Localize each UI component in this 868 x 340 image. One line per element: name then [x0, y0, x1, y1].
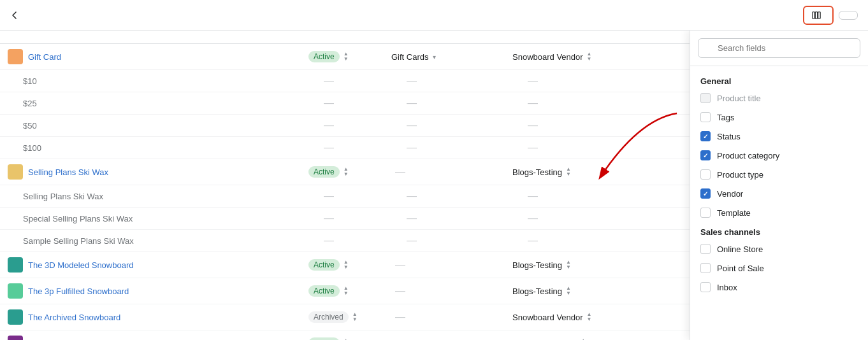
panel-item[interactable]: Online Store — [690, 239, 868, 259]
table-row: Selling Plans Ski Wax Active ▲▼ — Blogs-… — [0, 159, 690, 185]
status-cell: Archived ▲▼ — [301, 304, 384, 330]
child-price-cell — [626, 137, 690, 159]
category-cell: Gift Cards ▾ — [384, 44, 505, 70]
child-price-cell — [626, 115, 690, 137]
panel-checkbox[interactable] — [700, 93, 711, 103]
price-cell — [626, 159, 690, 185]
panel-checkbox[interactable] — [700, 244, 711, 254]
status-sort[interactable]: ▲▼ — [344, 286, 349, 296]
panel-checkbox[interactable] — [700, 188, 711, 199]
child-status-cell: — — [301, 230, 384, 252]
category-dropdown[interactable]: ▾ — [433, 53, 436, 60]
child-title: Special Selling Plans Ski Wax — [23, 214, 133, 223]
panel-item[interactable]: Product type — [690, 165, 868, 184]
child-price-cell — [626, 70, 690, 92]
category-dash: — — [395, 285, 405, 297]
table-row-child: Special Selling Plans Ski Wax — — — — [0, 208, 690, 230]
panel-checkbox[interactable] — [700, 169, 711, 180]
product-link[interactable]: Gift Card — [28, 52, 61, 62]
child-title: Sample Selling Plans Ski Wax — [23, 236, 134, 246]
child-vendor-cell: — — [505, 185, 626, 208]
product-title-cell: The 3p Fulfilled Snowboard — [0, 278, 301, 304]
product-icon — [8, 336, 23, 340]
panel-item[interactable]: Point of Sale — [690, 259, 868, 278]
child-title-cell: Selling Plans Ski Wax — [0, 185, 301, 208]
child-dash-category: — — [407, 75, 417, 86]
child-vendor-cell: — — [505, 92, 626, 115]
child-title-cell: $100 — [0, 137, 301, 159]
panel-item-label: Product type — [717, 170, 763, 180]
product-title-cell: The 3D Modeled Snowboard — [0, 252, 301, 278]
child-vendor-cell: — — [505, 115, 626, 137]
status-cell: Active ▲▼ — [301, 159, 384, 185]
svg-rect-2 — [818, 11, 821, 18]
category-value: Gift Cards — [391, 52, 429, 62]
child-vendor-cell: — — [505, 208, 626, 230]
search-wrapper: ⌕ — [698, 38, 860, 58]
panel-checkbox[interactable] — [700, 131, 711, 141]
search-input[interactable] — [698, 38, 860, 58]
child-category-cell: — — [384, 115, 505, 137]
panel-checkbox[interactable] — [700, 282, 711, 292]
product-link[interactable]: The 3p Fulfilled Snowboard — [28, 287, 129, 296]
table-scroll[interactable]: Gift Card Active ▲▼ Gift Cards ▾ Snowboa… — [0, 31, 690, 340]
status-badge: Active — [308, 285, 340, 297]
panel-item[interactable]: Product title — [690, 89, 868, 108]
vendor-sort[interactable]: ▲▼ — [587, 312, 592, 322]
vendor-cell: Hydrogen Vendor ▲▼ — [505, 330, 626, 341]
vendor-value: Snowboard Vendor — [512, 52, 583, 62]
status-sort[interactable]: ▲▼ — [352, 312, 358, 322]
child-dash-status: — — [324, 190, 334, 201]
status-sort[interactable]: ▲▼ — [344, 52, 349, 62]
child-dash-category: — — [407, 97, 417, 108]
product-icon — [8, 164, 23, 180]
panel-checkbox[interactable] — [700, 208, 711, 218]
child-category-cell: — — [384, 185, 505, 208]
panel-item[interactable]: Template — [690, 203, 868, 222]
panel-checkbox[interactable] — [700, 112, 711, 122]
panel-item[interactable]: Status — [690, 127, 868, 146]
child-price-cell — [626, 92, 690, 115]
category-dash: — — [395, 166, 405, 178]
table-row: The 3D Modeled Snowboard Active ▲▼ — Blo… — [0, 252, 690, 278]
vendor-sort[interactable]: ▲▼ — [566, 286, 571, 296]
child-dash-status: — — [324, 142, 334, 153]
child-title-cell: Special Selling Plans Ski Wax — [0, 208, 301, 230]
panel-item[interactable]: Inbox — [690, 278, 868, 297]
child-title-cell: $50 — [0, 115, 301, 137]
status-sort[interactable]: ▲▼ — [344, 260, 349, 270]
header — [0, 0, 868, 31]
product-link[interactable]: Selling Plans Ski Wax — [28, 167, 108, 177]
product-title-cell: Selling Plans Ski Wax — [0, 159, 301, 185]
panel-section-title: General — [690, 71, 868, 89]
table-row: The Collection Snowboard: Hydrogen Activ… — [0, 330, 690, 341]
child-title-cell: $10 — [0, 70, 301, 92]
child-title: $100 — [23, 143, 41, 153]
price-cell — [626, 278, 690, 304]
columns-button[interactable] — [803, 6, 834, 25]
vendor-sort[interactable]: ▲▼ — [587, 52, 592, 62]
vendor-sort[interactable]: ▲▼ — [566, 167, 571, 177]
back-button[interactable] — [10, 11, 22, 20]
panel-checkbox[interactable] — [700, 150, 711, 160]
status-sort[interactable]: ▲▼ — [344, 167, 349, 177]
product-icon — [8, 49, 23, 64]
panel-checkbox[interactable] — [700, 263, 711, 273]
vendor-cell: Blogs-Testing ▲▼ — [505, 252, 626, 278]
save-button[interactable] — [839, 11, 858, 20]
product-link[interactable]: The Archived Snowboard — [28, 313, 120, 322]
child-category-cell: — — [384, 208, 505, 230]
category-dash: — — [395, 337, 405, 340]
child-status-cell: — — [301, 92, 384, 115]
col-header-product — [0, 31, 301, 44]
panel-item[interactable]: Tags — [690, 108, 868, 127]
panel-item-label: Tags — [717, 113, 734, 122]
svg-rect-0 — [813, 11, 815, 18]
status-cell: Active ▲▼ — [301, 330, 384, 341]
child-dash-vendor: — — [528, 120, 538, 131]
child-dash-status: — — [324, 75, 334, 86]
panel-item[interactable]: Vendor — [690, 184, 868, 203]
panel-item[interactable]: Product category — [690, 146, 868, 165]
vendor-sort[interactable]: ▲▼ — [566, 260, 571, 270]
product-link[interactable]: The 3D Modeled Snowboard — [28, 260, 134, 270]
